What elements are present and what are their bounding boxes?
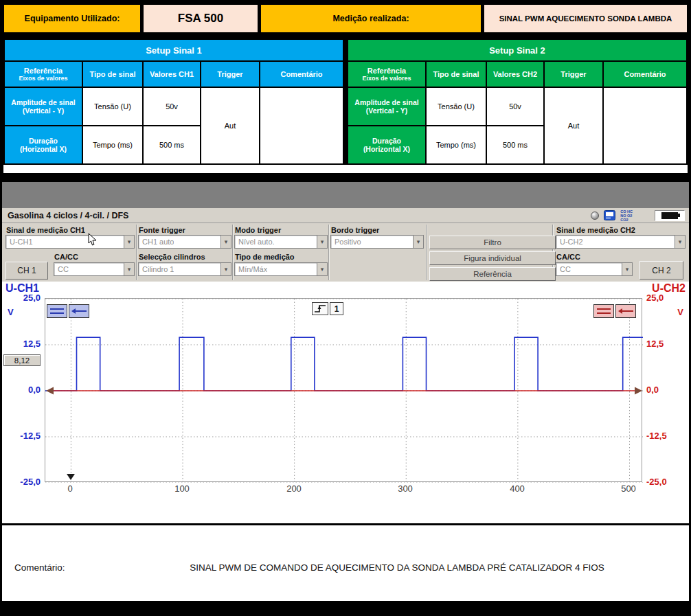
measurement-type-label: Tipo de medição bbox=[235, 253, 295, 261]
setup-tables: Setup Sinal 1 ReferênciaEixos de valores… bbox=[3, 38, 688, 165]
trigger-number-box[interactable]: 1 bbox=[330, 302, 343, 315]
x-axis-tick: 0 bbox=[67, 483, 72, 494]
x-axis-tick: 500 bbox=[621, 483, 636, 494]
ch1-position-icon-a[interactable] bbox=[47, 304, 67, 318]
setup1-row2-valor: 500 ms bbox=[143, 126, 201, 164]
setup2-title: Setup Sinal 2 bbox=[348, 39, 687, 61]
equipment-label: Equipamento Utilizado: bbox=[3, 4, 141, 33]
y-axis-right-unit: V bbox=[677, 307, 683, 317]
group-divider bbox=[136, 225, 137, 280]
trigger-source-label: Fonte trigger bbox=[139, 226, 185, 234]
setup1-col-tipo: Tipo de sinal bbox=[82, 61, 143, 87]
ch2-signal-label: Sinal de medição CH2 bbox=[556, 226, 635, 234]
setup2-col-tipo: Tipo de sinal bbox=[426, 61, 486, 87]
setup1-row1-valor: 50v bbox=[143, 87, 201, 126]
y-axis-left-tick: 25,0 bbox=[2, 293, 41, 303]
diagnostics-icon bbox=[604, 210, 615, 220]
x-axis-tick: 300 bbox=[398, 483, 413, 494]
ch1-position-icon-b[interactable] bbox=[69, 304, 89, 318]
setup2-trigger-value: Aut bbox=[544, 87, 603, 164]
table-row: Amplitude de sinal(Vertical - Y) Tensão … bbox=[348, 87, 687, 126]
measurement-type-select[interactable]: Mín/Máx ▾ bbox=[234, 262, 328, 276]
setup1-trigger-value: Aut bbox=[201, 87, 260, 164]
trigger-edge-label: Bordo trigger bbox=[331, 226, 379, 234]
chevron-down-icon: ▾ bbox=[124, 236, 134, 248]
group-divider bbox=[232, 225, 234, 280]
trigger-mode-select[interactable]: Nível auto. ▾ bbox=[234, 235, 328, 249]
trigger-mode-label: Modo trigger bbox=[235, 226, 281, 234]
setup1-col-comentario: Comentário bbox=[260, 61, 343, 87]
y-axis-left-tick: 12,5 bbox=[2, 339, 41, 349]
setup2-row-duracao-header: Duração(Horizontal X) bbox=[348, 126, 426, 164]
cylinder-select[interactable]: Cilindro 1 ▾ bbox=[138, 262, 231, 276]
software-titlebar: Gasolina 4 ciclos / 4-cil. / DFS CO HC N… bbox=[2, 208, 689, 223]
ch1-coupling-select[interactable]: CC ▾ bbox=[54, 262, 135, 276]
y-axis-right-tick: 0,0 bbox=[646, 385, 659, 395]
setup2-col-referencia: ReferênciaEixos de valores bbox=[348, 61, 426, 87]
chevron-down-icon: ▾ bbox=[317, 263, 327, 275]
y-axis-right-tick: -25,0 bbox=[646, 477, 667, 487]
setup2-comentario-value bbox=[603, 87, 687, 164]
setup1-col-valores: Valores CH1 bbox=[143, 61, 201, 87]
chevron-down-icon: ▾ bbox=[413, 236, 423, 248]
setup2-row2-tipo: Tempo (ms) bbox=[426, 126, 486, 164]
cursor-value-box[interactable]: 8,12 bbox=[3, 354, 41, 366]
chevron-down-icon: ▾ bbox=[220, 236, 231, 248]
ch2-button[interactable]: CH 2 bbox=[639, 261, 683, 280]
status-led-icon bbox=[591, 212, 599, 220]
setup1-col-referencia: ReferênciaEixos de valores bbox=[4, 61, 82, 87]
ch1-coupling-label: CA/CC bbox=[54, 253, 78, 261]
setup2-col-trigger: Trigger bbox=[544, 61, 603, 87]
report-page: Equipamento Utilizado: FSA 500 Medição r… bbox=[0, 0, 691, 616]
table-row: Amplitude de sinal(Vertical - Y) Tensão … bbox=[4, 87, 343, 126]
bottom-bar bbox=[0, 601, 691, 616]
fsa-software-window: Gasolina 4 ciclos / 4-cil. / DFS CO HC N… bbox=[2, 208, 689, 523]
setup1-row-amplitude-header: Amplitude de sinal(Vertical - Y) bbox=[4, 87, 82, 126]
chevron-down-icon: ▾ bbox=[675, 236, 685, 248]
setup2-col-valores: Valores CH2 bbox=[486, 61, 544, 87]
ch2-coupling-select[interactable]: CC ▾ bbox=[556, 262, 633, 276]
trigger-slope-icon[interactable] bbox=[312, 302, 328, 315]
trigger-edge-select[interactable]: Positivo ▾ bbox=[330, 235, 424, 249]
comment-text: SINAL PWM DE COMANDO DE AQUECIMENTO DA S… bbox=[119, 562, 675, 573]
y-axis-left-tick: -12,5 bbox=[2, 431, 41, 441]
ch1-button[interactable]: CH 1 bbox=[5, 262, 48, 280]
gray-band bbox=[2, 182, 689, 208]
cylinder-select-label: Selecção cilindros bbox=[139, 253, 205, 261]
chevron-down-icon: ▾ bbox=[220, 263, 231, 275]
ch2-position-icon-b[interactable] bbox=[615, 304, 636, 318]
setup1-row2-tipo: Tempo (ms) bbox=[82, 126, 143, 164]
scope-display: U-CH1 U-CH2 25,0 V 12,5 8,12 0,0 -12,5 -… bbox=[2, 282, 689, 523]
trigger-source-select[interactable]: CH1 auto ▾ bbox=[138, 235, 231, 249]
ch1-signal-select[interactable]: U-CH1 ▾ bbox=[5, 235, 135, 249]
y-axis-left-unit: V bbox=[8, 307, 14, 317]
setup1-col-trigger: Trigger bbox=[201, 61, 260, 87]
y-axis-right-tick: -12,5 bbox=[646, 431, 667, 441]
ch1-signal-label: Sinal de medição CH1 bbox=[6, 226, 85, 234]
chevron-down-icon: ▾ bbox=[124, 263, 134, 275]
ch2-position-icon-a[interactable] bbox=[593, 304, 614, 318]
y-axis-right-tick: 25,0 bbox=[646, 293, 664, 303]
trigger-time-marker[interactable] bbox=[67, 474, 75, 480]
y-axis-left-tick: -25,0 bbox=[2, 477, 41, 487]
setup2-row2-valor: 500 ms bbox=[486, 126, 544, 164]
mouse-cursor-icon bbox=[88, 233, 98, 247]
figura-individual-button[interactable]: Figura individual bbox=[429, 251, 556, 265]
scope-waveform bbox=[45, 299, 643, 483]
referencia-button[interactable]: Referência bbox=[429, 267, 556, 281]
separator-strip bbox=[3, 165, 688, 173]
setup2-row-amplitude-header: Amplitude de sinal(Vertical - Y) bbox=[348, 87, 426, 126]
filtro-button[interactable]: Filtro bbox=[429, 236, 556, 249]
chevron-down-icon: ▾ bbox=[622, 263, 632, 275]
setup1-title: Setup Sinal 1 bbox=[4, 39, 343, 61]
ch2-coupling-label: CA/CC bbox=[556, 253, 580, 261]
group-divider bbox=[328, 225, 330, 280]
setup2-row1-tipo: Tensão (U) bbox=[426, 87, 486, 126]
chevron-down-icon: ▾ bbox=[317, 236, 327, 248]
x-axis-tick: 200 bbox=[286, 483, 302, 494]
ch2-signal-select[interactable]: U-CH2 ▾ bbox=[556, 235, 686, 249]
setup2-row1-valor: 50v bbox=[486, 87, 544, 126]
battery-indicator-well bbox=[655, 210, 685, 221]
measurement-value: SINAL PWM AQUECIMENTO SONDA LAMBDA bbox=[484, 4, 688, 33]
header-row: Equipamento Utilizado: FSA 500 Medição r… bbox=[3, 4, 688, 33]
